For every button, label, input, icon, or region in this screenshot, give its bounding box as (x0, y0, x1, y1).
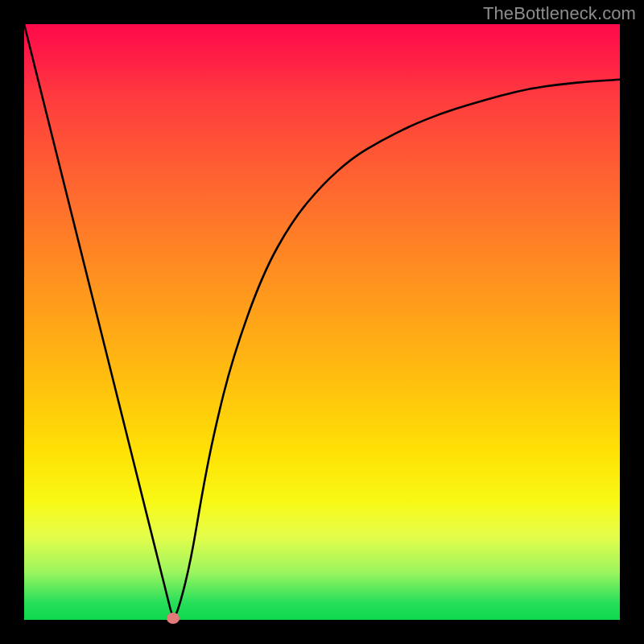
chart-frame: TheBottleneck.com (0, 0, 644, 644)
watermark-text: TheBottleneck.com (483, 3, 636, 24)
curve-path (24, 24, 620, 616)
bottleneck-curve (24, 24, 620, 620)
plot-area (24, 24, 620, 620)
minimum-marker (167, 613, 180, 624)
